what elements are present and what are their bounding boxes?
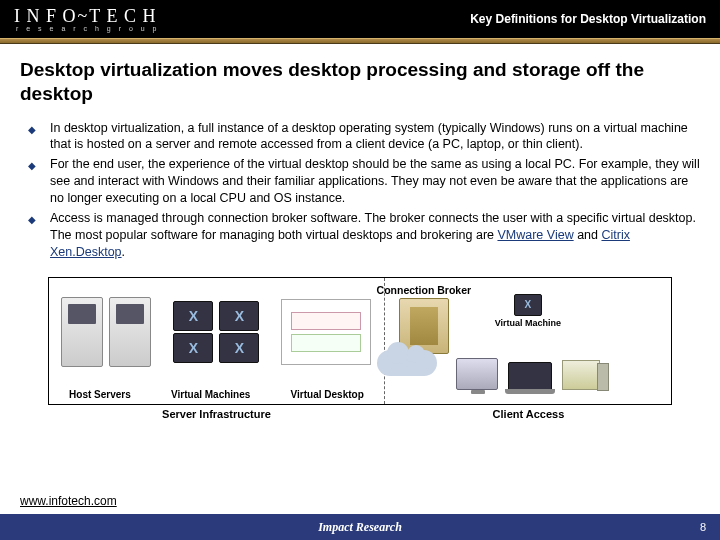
vm-icon: X <box>514 294 542 316</box>
bullet-item: ◆ Access is managed through connection b… <box>28 210 700 261</box>
infotech-link[interactable]: www.infotech.com <box>20 494 117 508</box>
bullet-item: ◆ In desktop virtualization, a full inst… <box>28 120 700 154</box>
page-number: 8 <box>700 521 706 533</box>
cloud-icon <box>377 350 437 376</box>
laptop-icon <box>508 362 552 390</box>
architecture-diagram: X X X X Host Servers Virtual Machines Vi… <box>48 277 672 405</box>
header-title: Key Definitions for Desktop Virtualizati… <box>470 12 706 26</box>
vm-stack-icon: X X <box>173 301 213 363</box>
slide-title: Desktop virtualization moves desktop pro… <box>20 58 700 106</box>
vm-stack-icon: X X <box>219 301 259 363</box>
host-server-icon <box>61 297 103 367</box>
bullet-list: ◆ In desktop virtualization, a full inst… <box>20 120 700 261</box>
vmware-link[interactable]: VMware View <box>497 228 573 242</box>
header-bar: I N F O~T E C H r e s e a r c h g r o u … <box>0 0 720 38</box>
monitor-icon <box>456 358 498 390</box>
diagram-section-label: Server Infrastructure <box>48 405 385 420</box>
connection-broker: Connection Broker <box>373 284 475 354</box>
diagram-label: Virtual Machine <box>495 318 561 328</box>
diamond-icon: ◆ <box>28 213 36 261</box>
footer-url: www.infotech.com <box>20 494 117 508</box>
diagram-label: Virtual Desktop <box>291 389 364 400</box>
diagram-section-label: Client Access <box>385 405 672 420</box>
diamond-icon: ◆ <box>28 159 36 207</box>
diagram-label: Host Servers <box>69 389 131 400</box>
bullet-item: ◆ For the end user, the experience of th… <box>28 156 700 207</box>
host-server-icon <box>109 297 151 367</box>
thin-client-icon <box>562 360 600 390</box>
logo: I N F O~T E C H r e s e a r c h g r o u … <box>14 6 159 32</box>
virtual-desktop-icon <box>281 299 371 365</box>
footer: Impact Research 8 <box>0 514 720 540</box>
footer-brand: Impact Research <box>0 520 720 535</box>
diagram-label: Virtual Machines <box>171 389 250 400</box>
diamond-icon: ◆ <box>28 123 36 154</box>
